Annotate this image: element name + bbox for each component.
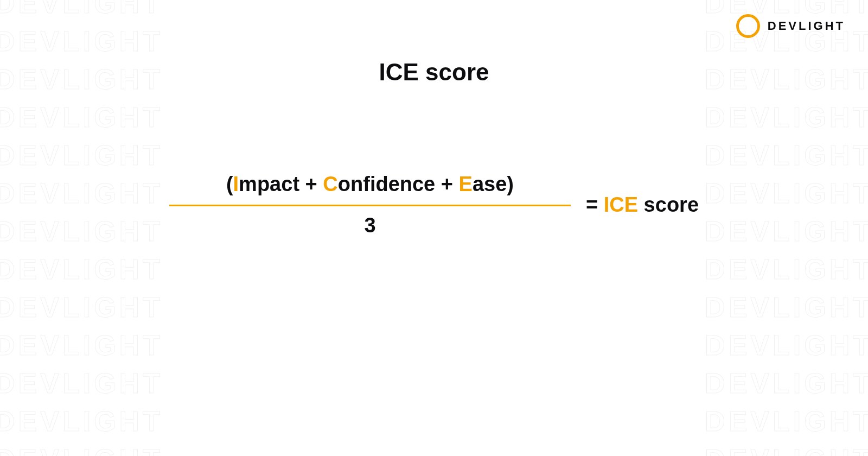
brand-logo-text: DEVLIGHT [768, 19, 845, 33]
watermark-word: DEVLIGHT [0, 103, 163, 131]
paren-open: ( [226, 173, 233, 195]
plus-1: + [299, 173, 323, 195]
equals-sign: = [586, 193, 604, 216]
ease-initial: E [459, 173, 473, 195]
watermark-word: DEVLIGHT [0, 27, 163, 55]
confidence-rest: onfidence [338, 173, 435, 195]
watermark-word: DEVLIGHT [0, 407, 163, 435]
formula-numerator: (Impact + Confidence + Ease) [223, 173, 517, 205]
slide-title: ICE score [0, 59, 868, 86]
watermark-word: DEVLIGHT [705, 331, 868, 359]
watermark-word: DEVLIGHT [705, 141, 868, 169]
watermark-word: DEVLIGHT [0, 331, 163, 359]
watermark-word: DEVLIGHT [0, 293, 163, 321]
watermark-word: DEVLIGHT [705, 445, 868, 456]
impact-initial: I [233, 173, 239, 195]
brand-logo: DEVLIGHT [736, 14, 845, 38]
confidence-initial: C [323, 173, 337, 195]
watermark-word: DEVLIGHT [0, 255, 163, 283]
watermark-word: DEVLIGHT [0, 369, 163, 397]
impact-rest: mpact [239, 173, 299, 195]
formula-denominator: 3 [364, 206, 375, 237]
watermark-word: DEVLIGHT [705, 103, 868, 131]
brand-logo-icon [736, 14, 760, 38]
watermark-word: DEVLIGHT [705, 369, 868, 397]
watermark-word: DEVLIGHT [705, 293, 868, 321]
plus-2: + [435, 173, 458, 195]
ice-acronym: ICE [604, 193, 638, 216]
watermark-word: DEVLIGHT [705, 255, 868, 283]
paren-close: ) [507, 173, 514, 195]
formula-fraction: (Impact + Confidence + Ease) 3 [169, 173, 571, 237]
watermark-word: DEVLIGHT [0, 141, 163, 169]
formula-result: = ICE score [586, 193, 699, 217]
ease-rest: ase [473, 173, 507, 195]
watermark-word: DEVLIGHT [0, 445, 163, 456]
watermark-word: DEVLIGHT [0, 0, 163, 17]
watermark-word: DEVLIGHT [705, 407, 868, 435]
formula: (Impact + Confidence + Ease) 3 = ICE sco… [0, 173, 868, 237]
score-word: score [638, 193, 699, 216]
